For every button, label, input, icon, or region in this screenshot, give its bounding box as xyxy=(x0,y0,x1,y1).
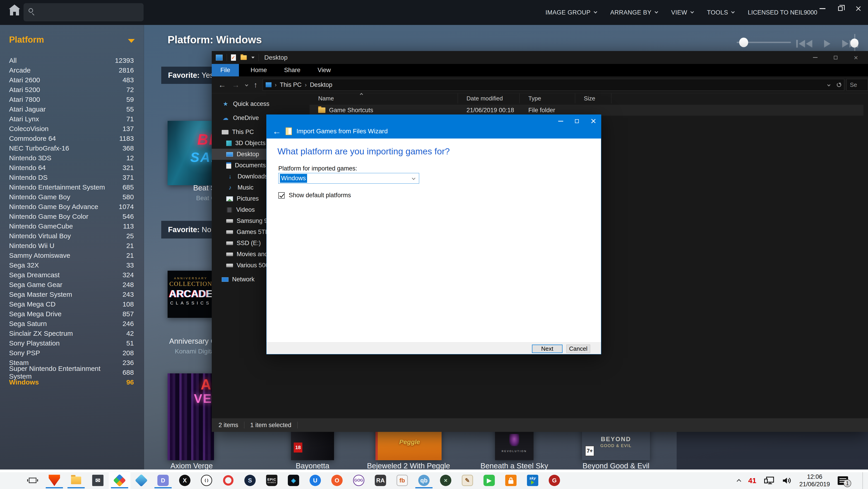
sidebar-item-sony-psp[interactable]: Sony PSP208 xyxy=(0,348,144,358)
sidebar-item-sinclair-zx-spectrum[interactable]: Sinclair ZX Spectrum42 xyxy=(0,328,144,338)
taskbar-emulator-button[interactable]: ◈ xyxy=(283,469,304,489)
taskbar-mail-button[interactable]: ✉ xyxy=(87,469,109,489)
taskbar-start-button[interactable] xyxy=(0,469,22,489)
refresh-icon[interactable] xyxy=(837,83,841,87)
minimize-button[interactable] xyxy=(558,121,563,121)
forward-icon[interactable]: → xyxy=(232,81,240,89)
volume-icon[interactable] xyxy=(782,477,792,485)
sidebar-item-super-nintendo-entertainment-system[interactable]: Super Nintendo Entertainment System688 xyxy=(0,368,144,377)
taskbar-task-view-button[interactable] xyxy=(22,469,43,489)
sidebar-item-atari-5200[interactable]: Atari 520072 xyxy=(0,85,144,94)
sidebar-item-sony-playstation[interactable]: Sony Playstation51 xyxy=(0,338,144,348)
recent-locations-icon[interactable] xyxy=(245,83,248,86)
play-icon[interactable] xyxy=(824,40,830,48)
taskbar-origin-button[interactable]: O xyxy=(326,469,348,489)
properties-icon[interactable] xyxy=(231,54,236,61)
show-hidden-icons-icon[interactable] xyxy=(737,479,741,484)
taskbar-opera-browser-button[interactable] xyxy=(217,469,239,489)
explorer-search-input[interactable]: Se xyxy=(846,79,868,91)
menu-view[interactable]: VIEW xyxy=(671,9,693,16)
sidebar-item-sega-dreamcast[interactable]: Sega Dreamcast324 xyxy=(0,270,144,280)
taskbar-clock[interactable]: 12:06 21/06/2019 xyxy=(799,473,830,488)
sidebar-item-sega-game-gear[interactable]: Sega Game Gear248 xyxy=(0,280,144,289)
breadcrumb-segment[interactable]: This PC xyxy=(280,81,302,88)
taskbar-bigbox-button[interactable] xyxy=(130,469,152,489)
close-button[interactable]: × xyxy=(854,55,858,60)
sidebar-item-nintendo-game-boy-color[interactable]: Nintendo Game Boy Color546 xyxy=(0,211,144,221)
sidebar-item-sega-saturn[interactable]: Sega Saturn246 xyxy=(0,319,144,328)
sidebar-item-nintendo-ds[interactable]: Nintendo DS371 xyxy=(0,173,144,182)
taskbar-steam-button[interactable]: S xyxy=(239,469,261,489)
taskbar-launchbox-button[interactable] xyxy=(109,469,130,489)
taskbar-discord-button[interactable]: D xyxy=(152,469,174,489)
sidebar-item-all[interactable]: All12393 xyxy=(0,56,144,65)
menu-image-group[interactable]: IMAGE GROUP xyxy=(546,9,597,16)
taskbar-sky-go-button[interactable]: sky xyxy=(522,469,544,489)
action-center-icon[interactable]: 1 xyxy=(838,476,848,485)
zoom-slider-handle[interactable] xyxy=(739,38,748,47)
address-dropdown-icon[interactable] xyxy=(827,83,830,86)
minimize-button[interactable] xyxy=(819,8,826,9)
sidebar-item-arcade[interactable]: Arcade2816 xyxy=(0,65,144,75)
sidebar-item-commodore-64[interactable]: Commodore 641183 xyxy=(0,134,144,143)
column-header-date-modified[interactable]: Date modified xyxy=(458,93,520,104)
taskbar-gog-galaxy-button[interactable]: GOG xyxy=(348,469,370,489)
sidebar-item-nintendo-gamecube[interactable]: Nintendo GameCube113 xyxy=(0,221,144,231)
search-input[interactable] xyxy=(24,3,144,21)
menu-arrange-by[interactable]: ARRANGE BY xyxy=(610,9,658,16)
sidebar-item-nintendo-3ds[interactable]: Nintendo 3DS12 xyxy=(0,153,144,163)
platform-combobox[interactable]: Windows xyxy=(278,173,419,184)
sidebar-item-sega-mega-drive[interactable]: Sega Mega Drive857 xyxy=(0,309,144,319)
restore-button[interactable] xyxy=(838,6,843,11)
sidebar-item-nintendo-wii-u[interactable]: Nintendo Wii U21 xyxy=(0,241,144,251)
column-header-type[interactable]: Type xyxy=(520,93,575,104)
nav-item-quick-access[interactable]: ★Quick access xyxy=(212,98,307,110)
taskbar-qbittorrent-button[interactable]: qb xyxy=(413,469,435,489)
game-cover-beat-saber[interactable]: BE SAB xyxy=(167,121,214,185)
chevron-down-icon[interactable] xyxy=(412,176,415,180)
taskbar-paint-net-button[interactable]: ✎ xyxy=(457,469,478,489)
next-button[interactable]: Next xyxy=(532,345,562,353)
taskbar-hotspot-button[interactable] xyxy=(500,469,522,489)
sidebar-item-sega-master-system[interactable]: Sega Master System243 xyxy=(0,289,144,299)
sidebar-item-colecovision[interactable]: ColecoVision137 xyxy=(0,124,144,134)
taskbar-mixer-button[interactable]: ( ) xyxy=(196,469,217,489)
table-row[interactable]: Game Shortcuts21/06/2019 00:18File folde… xyxy=(310,105,864,116)
tab-file[interactable]: File xyxy=(212,64,239,77)
taskbar-ds4windows-button[interactable]: × xyxy=(435,469,457,489)
maximize-button[interactable] xyxy=(834,56,837,59)
sidebar-item-sammy-atomiswave[interactable]: Sammy Atomiswave21 xyxy=(0,251,144,260)
taskbar-playnite-button[interactable]: ▶ xyxy=(478,469,500,489)
quick-access-toolbar-dropdown-icon[interactable] xyxy=(251,57,254,58)
close-button[interactable] xyxy=(855,6,861,11)
taskbar-filebot-button[interactable]: fb xyxy=(391,469,413,489)
tab-share[interactable]: Share xyxy=(276,64,309,77)
sidebar-item-atari-7800[interactable]: Atari 780059 xyxy=(0,94,144,104)
home-icon[interactable] xyxy=(10,9,19,16)
sidebar-item-atari-lynx[interactable]: Atari Lynx71 xyxy=(0,114,144,124)
game-cover-axiom-verge[interactable]: A VER xyxy=(167,373,214,460)
sidebar-item-nintendo-virtual-boy[interactable]: Nintendo Virtual Boy25 xyxy=(0,231,144,241)
sidebar-item-nec-turbografx-16[interactable]: NEC TurboGrafx-16368 xyxy=(0,143,144,153)
sidebar-item-sega-32x[interactable]: Sega 32X33 xyxy=(0,260,144,270)
network-icon[interactable] xyxy=(764,476,774,485)
sidebar-item-atari-2600[interactable]: Atari 2600483 xyxy=(0,75,144,85)
back-icon[interactable]: ← xyxy=(272,127,281,136)
cancel-button[interactable]: Cancel xyxy=(566,345,590,353)
sidebar-item-nintendo-entertainment-system[interactable]: Nintendo Entertainment System685 xyxy=(0,182,144,192)
show-desktop-button[interactable] xyxy=(863,472,865,489)
maximize-button[interactable] xyxy=(575,119,579,123)
menu-tools[interactable]: TOOLS xyxy=(707,9,734,16)
game-cover-arcade-classics[interactable]: ANNIVERSARY COLLECTION ARCADE CLASSICS xyxy=(167,271,214,318)
new-folder-icon[interactable] xyxy=(241,55,247,60)
breadcrumb-segment[interactable]: Desktop xyxy=(310,81,332,88)
taskbar-xbox-button[interactable]: X xyxy=(174,469,196,489)
sidebar-dropdown-icon[interactable] xyxy=(128,39,135,43)
sidebar-item-nintendo-game-boy[interactable]: Nintendo Game Boy580 xyxy=(0,192,144,202)
address-bar[interactable]: ›This PC›Desktop xyxy=(263,79,844,91)
temperature-indicator[interactable]: 41 xyxy=(748,477,756,485)
sidebar-header[interactable]: Platform xyxy=(9,35,44,45)
back-icon[interactable]: ← xyxy=(218,81,226,89)
column-header-size[interactable]: Size xyxy=(575,93,612,104)
show-default-platforms-checkbox[interactable] xyxy=(278,192,285,199)
